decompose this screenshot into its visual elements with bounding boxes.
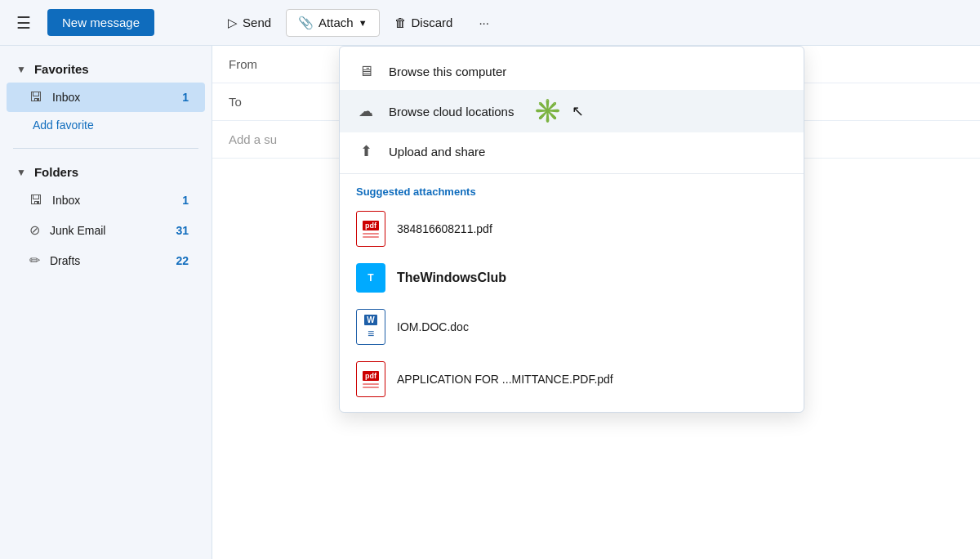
cursor-icon: ↖	[572, 102, 584, 120]
to-label: To	[229, 95, 278, 109]
discard-icon: 🗑	[394, 16, 407, 29]
pdf1-filename: 384816608211.pdf	[397, 222, 492, 235]
folders-section: ▼ Folders 🖫 Inbox 1 ⊘ Junk Email 31 ✏ Dr…	[0, 155, 212, 279]
twc-badge: T	[356, 263, 385, 293]
starburst-icon: ✳️	[533, 100, 562, 123]
pdf-icon-2: pdf	[356, 361, 385, 397]
toolbar-actions: ▷ Send 📎 Attach ▼ 🗑 Discard ···	[216, 9, 501, 37]
new-message-button[interactable]: New message	[47, 9, 154, 36]
sidebar-item-inbox[interactable]: 🖫 Inbox 1	[7, 186, 205, 215]
browse-cloud-item[interactable]: ☁ Browse cloud locations ✳️ ↖	[340, 90, 804, 132]
inbox-folder-count: 1	[182, 194, 189, 207]
inbox-folder-icon: 🖫	[29, 193, 42, 208]
drafts-label: Drafts	[50, 254, 80, 267]
attach-label: Attach	[318, 16, 354, 29]
word-filename: IOM.DOC.doc	[397, 320, 469, 333]
favorites-header[interactable]: ▼ Favorites	[0, 56, 212, 83]
discard-label: Discard	[412, 16, 453, 29]
from-label: From	[229, 57, 278, 71]
junk-icon: ⊘	[29, 222, 40, 238]
more-icon: ···	[479, 16, 489, 29]
discard-button[interactable]: 🗑 Discard	[383, 10, 465, 35]
upload-icon: ⬆	[356, 142, 376, 160]
attach-dropdown-menu: 🖥 Browse this computer ☁ Browse cloud lo…	[339, 46, 804, 413]
twc-row: T TheWindowsClub	[340, 255, 804, 301]
junk-count: 31	[176, 224, 189, 237]
send-label: Send	[243, 16, 271, 29]
twc-badge-text: T	[368, 272, 373, 284]
folders-chevron-icon: ▼	[16, 167, 26, 178]
inbox-label: Inbox	[52, 91, 80, 104]
twc-name: TheWindowsClub	[397, 271, 506, 285]
folders-label: Folders	[34, 165, 78, 179]
word-icon: W ≡	[356, 309, 385, 345]
pdf-icon-1: pdf	[356, 211, 385, 247]
attach-button[interactable]: 📎 Attach ▼	[286, 9, 379, 37]
more-options-button[interactable]: ···	[467, 10, 501, 35]
inbox-icon: 🖫	[29, 90, 42, 105]
inbox-count: 1	[182, 91, 189, 104]
sidebar-item-junk[interactable]: ⊘ Junk Email 31	[7, 215, 205, 245]
favorites-chevron-icon: ▼	[16, 64, 26, 75]
menu-divider	[340, 173, 804, 174]
favorites-label: Favorites	[34, 62, 89, 76]
attach-icon: 📎	[298, 16, 314, 30]
pdf2-filename: APPLICATION FOR ...MITTANCE.PDF.pdf	[397, 373, 613, 386]
computer-icon: 🖥	[356, 63, 376, 80]
browse-computer-label: Browse this computer	[389, 65, 506, 78]
hamburger-icon[interactable]: ☰	[13, 10, 34, 36]
inbox-folder-label: Inbox	[52, 194, 80, 207]
suggested-item-pdf2[interactable]: pdf APPLICATION FOR ...MITTANCE.PDF.pdf	[340, 353, 804, 405]
suggested-header: Suggested attachments	[340, 177, 804, 203]
top-bar: ☰ New message ▷ Send 📎 Attach ▼ 🗑 Discar…	[0, 0, 980, 46]
browse-computer-item[interactable]: 🖥 Browse this computer	[340, 53, 804, 90]
sidebar: ▼ Favorites 🖫 Inbox 1 Add favorite ▼ Fol…	[0, 46, 212, 559]
upload-share-label: Upload and share	[389, 145, 485, 159]
attach-chevron-icon: ▼	[359, 18, 368, 28]
junk-label: Junk Email	[50, 224, 105, 237]
upload-share-item[interactable]: ⬆ Upload and share	[340, 132, 804, 170]
sidebar-divider	[13, 148, 198, 149]
folders-header[interactable]: ▼ Folders	[0, 159, 212, 186]
drafts-count: 22	[176, 254, 189, 267]
send-button[interactable]: ▷ Send	[216, 10, 283, 36]
sidebar-item-drafts[interactable]: ✏ Drafts 22	[7, 245, 205, 275]
suggested-item-word[interactable]: W ≡ IOM.DOC.doc	[340, 301, 804, 353]
cloud-icon: ☁	[356, 102, 376, 120]
sidebar-item-inbox-favorites[interactable]: 🖫 Inbox 1	[7, 83, 205, 112]
suggested-item-pdf1[interactable]: pdf 384816608211.pdf	[340, 203, 804, 255]
drafts-icon: ✏	[29, 253, 40, 268]
favorites-section: ▼ Favorites 🖫 Inbox 1 Add favorite	[0, 52, 212, 141]
browse-cloud-label: Browse cloud locations	[389, 105, 514, 119]
compose-area: From To Add a su 🖥 Browse this computer …	[212, 46, 980, 559]
add-favorite-link[interactable]: Add favorite	[0, 112, 212, 138]
main-layout: ▼ Favorites 🖫 Inbox 1 Add favorite ▼ Fol…	[0, 46, 980, 559]
send-icon: ▷	[228, 16, 238, 30]
